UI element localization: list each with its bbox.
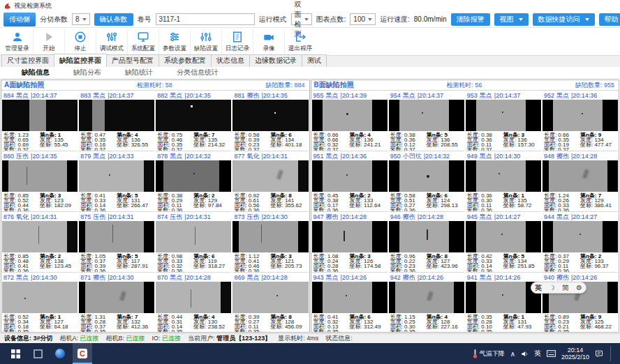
defect-image[interactable] (312, 160, 388, 192)
action-button[interactable]: 缺陷设置 (190, 29, 221, 54)
defect-image[interactable] (389, 160, 464, 192)
defect-cell[interactable]: 954 黑点 20:14:37 长度: 0.38 宽度: 0.36 面积: 0.… (389, 91, 464, 151)
defect-image[interactable] (156, 160, 231, 192)
slit-count-select[interactable]: 8 (72, 13, 90, 25)
defect-image[interactable] (389, 100, 464, 131)
defect-cell[interactable]: 870 黑点 20:14:28 长度: 0.44 宽度: 0.31 面积: 0.… (156, 273, 231, 333)
quick-access-menu-button[interactable]: 数据快捷访问 (533, 13, 595, 26)
action-button[interactable]: 参数设置 (158, 29, 190, 54)
chart-points-select[interactable]: 100 (350, 13, 376, 25)
main-tab[interactable]: 测试 (302, 54, 327, 67)
sub-tab[interactable]: 分类信息统计 (165, 67, 230, 78)
action-button[interactable]: 管理登录 (1, 29, 33, 54)
defect-cell[interactable]: 880 压伤 20:14:35 长度: 0.85 宽度: 0.52 面积: 0.… (2, 151, 78, 212)
clear-alarm-button[interactable]: 清除报警 (451, 13, 490, 26)
defect-image[interactable] (389, 282, 464, 313)
action-button[interactable]: 停止 (64, 29, 96, 54)
view-menu-button[interactable]: 视图 (494, 13, 529, 26)
drive-side-button[interactable]: 传动侧 (3, 13, 36, 26)
defect-image[interactable] (312, 221, 388, 252)
defect-image[interactable] (232, 282, 308, 313)
defect-cell[interactable]: 869 黑点 20:14:28 长度: 0.39 宽度: 0.27 面积: 0.… (232, 273, 308, 333)
main-tab[interactable]: 状态信息 (211, 54, 250, 67)
action-button[interactable]: 开始 (33, 29, 64, 54)
action-button[interactable]: 日志记录 (221, 29, 253, 54)
run-mode-select[interactable]: 双面检测 (291, 13, 312, 25)
defect-cell[interactable]: 942 擦伤 20:14:26 长度: 1.15 宽度: 0.25 面积: 0.… (389, 273, 464, 333)
defect-image[interactable] (466, 100, 541, 131)
task-view-button[interactable] (28, 343, 47, 364)
defect-image[interactable] (79, 100, 154, 131)
main-tab[interactable]: 产品型号配置 (106, 54, 159, 67)
main-tab[interactable]: 系统参数配置 (158, 54, 212, 67)
sub-tab[interactable]: 缺陷分布 (61, 67, 113, 78)
defect-cell[interactable]: 953 黑点 20:14:37 长度: 0.38 宽度: 0.36 面积: 0.… (466, 91, 541, 151)
main-tab[interactable]: 尺寸监控界面 (1, 54, 54, 67)
main-tab[interactable]: 缺陷监控界面 (54, 54, 107, 67)
browser-app-button[interactable] (50, 343, 70, 364)
defect-image[interactable] (232, 221, 308, 252)
sub-tab[interactable]: 缺陷统计 (113, 67, 165, 78)
defect-cell[interactable]: 884 黑点 20:14:37 长度: 1.23 宽度: 0.65 面积: 0.… (2, 91, 78, 151)
ime-simplified-toggle[interactable]: 简 (562, 283, 569, 293)
action-button[interactable]: 退出程序 (284, 29, 316, 54)
start-button[interactable] (6, 343, 25, 364)
notification-center-icon[interactable] (595, 349, 603, 358)
defect-cell[interactable]: 871 擦伤 20:14:30 长度: 1.31 宽度: 0.28 面积: 0.… (79, 273, 154, 333)
defect-cell[interactable]: 878 黑点 20:14:32 长度: 0.38 宽度: 0.29 面积: 0.… (156, 151, 231, 212)
defect-image[interactable] (79, 282, 154, 313)
touch-keyboard-icon[interactable] (547, 350, 556, 357)
weather-widget[interactable]: 气温下降 (473, 349, 505, 358)
defect-image[interactable] (79, 160, 154, 192)
defect-image[interactable] (79, 221, 154, 252)
defect-cell[interactable]: 946 擦伤 20:14:28 长度: 0.96 宽度: 0.22 面积: 0.… (389, 212, 464, 273)
help-menu-button[interactable]: 帮助 (599, 13, 620, 26)
defect-cell[interactable]: 943 黑点 20:14:26 长度: 0.41 宽度: 0.32 面积: 0.… (312, 273, 388, 333)
defect-image[interactable] (156, 221, 231, 252)
defect-image[interactable] (2, 221, 78, 252)
defect-cell[interactable]: 883 黑点 20:14:37 长度: 0.47 宽度: 0.35 面积: 0.… (79, 91, 154, 151)
ime-theme-icon[interactable]: ☽ (549, 284, 555, 291)
action-button[interactable]: 录像 (253, 29, 284, 54)
defect-cell[interactable]: 945 黑点 20:14:27 长度: 0.42 宽度: 0.33 面积: 0.… (466, 212, 541, 273)
defect-cell[interactable]: 872 黑点 20:14:30 长度: 0.52 宽度: 0.34 面积: 0.… (2, 273, 78, 333)
defect-cell[interactable]: 951 黑点 20:14:36 长度: 0.45 宽度: 0.38 面积: 0.… (312, 151, 388, 212)
ime-english-toggle[interactable]: 英 (535, 283, 542, 293)
defect-cell[interactable]: 944 黑点 20:14:27 长度: 0.37 宽度: 0.29 面积: 0.… (542, 212, 618, 273)
inspection-app-button[interactable]: C (73, 343, 92, 364)
defect-image[interactable] (156, 100, 231, 131)
defect-image[interactable] (389, 221, 464, 252)
defect-cell[interactable]: 949 黑点 20:14:30 长度: 0.36 宽度: 0.30 面积: 0.… (466, 151, 541, 212)
defect-image[interactable] (2, 282, 78, 313)
defect-image[interactable] (542, 160, 618, 192)
clock[interactable]: 20:14 2025/2/10 (561, 347, 589, 361)
action-button[interactable]: 系统配置 (127, 29, 158, 54)
defect-cell[interactable]: 955 黑点 20:14:39 长度: 0.66 宽度: 0.66 面积: 0.… (312, 91, 388, 151)
defect-cell[interactable]: 877 氧化 20:14:31 长度: 0.92 宽度: 0.61 面积: 0.… (232, 151, 308, 212)
defect-image[interactable] (466, 160, 541, 192)
defect-image[interactable] (2, 160, 78, 192)
sub-tab[interactable]: 缺陷信息 (10, 67, 61, 78)
volume-icon[interactable] (521, 350, 529, 358)
main-tab[interactable]: 边缘数据记录 (249, 54, 302, 67)
language-indicator[interactable]: 英 (534, 349, 541, 358)
defect-cell[interactable]: 882 黑点 20:14:35 长度: 0.75 宽度: 0.46 面积: 0.… (156, 91, 231, 151)
defect-cell[interactable]: 950 小凹坑 20:14:32 长度: 0.58 宽度: 0.51 面积: 0… (389, 151, 464, 212)
defect-cell[interactable]: 874 压伤 20:14:31 长度: 0.98 宽度: 0.33 面积: 0.… (156, 212, 231, 273)
defect-image[interactable] (2, 100, 78, 131)
action-button[interactable]: 调试模式 (96, 29, 127, 54)
defect-image[interactable] (312, 282, 388, 313)
tray-expand-caret[interactable]: ∧ (510, 350, 515, 358)
defect-cell[interactable]: 879 黑点 20:14:33 长度: 0.41 宽度: 0.33 面积: 0.… (79, 151, 154, 212)
defect-cell[interactable]: 948 擦伤 20:14:28 长度: 1.24 宽度: 0.26 面积: 0.… (542, 151, 618, 212)
defect-image[interactable] (542, 221, 618, 252)
defect-image[interactable] (466, 221, 541, 252)
defect-cell[interactable]: 873 压伤 20:14:30 长度: 1.12 宽度: 0.41 面积: 0.… (232, 212, 308, 273)
confirm-count-button[interactable]: 确认条数 (94, 13, 133, 26)
defect-cell[interactable]: 941 黑点 20:14:26 长度: 0.35 宽度: 0.28 面积: 0.… (466, 273, 541, 333)
defect-cell[interactable]: 952 黑点 20:14:36 长度: 0.66 宽度: 0.35 面积: 0.… (542, 91, 618, 151)
defect-image[interactable] (232, 100, 308, 131)
defect-cell[interactable]: 881 擦伤 20:14:35 长度: 0.58 宽度: 0.39 面积: 0.… (232, 91, 308, 151)
defect-image[interactable] (156, 282, 231, 313)
defect-image[interactable] (542, 100, 618, 131)
